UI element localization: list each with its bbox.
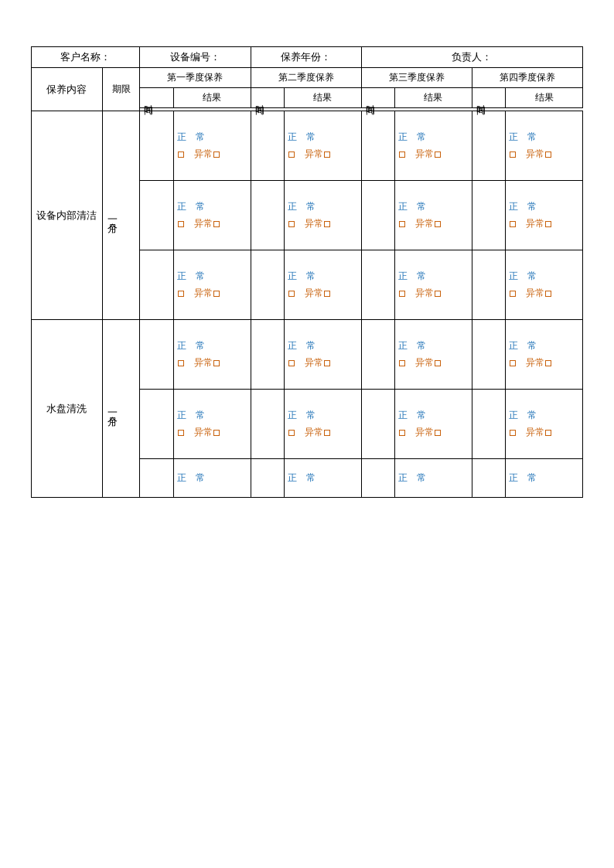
period-header: 期限 [102, 68, 140, 111]
q3-result-1: 正 常 异常 [394, 111, 472, 181]
q1-result-1: 正 常 异常 [173, 111, 251, 181]
quarter-header-row: 保养内容 期限 第一季度保养 第二季度保养 第三季度保养 第四季度保养 [32, 68, 583, 88]
q2-result-header: 结果 [284, 88, 361, 108]
wt-q4-time-3 [472, 459, 505, 498]
wt-q3-time-2 [361, 390, 394, 459]
q1-result-3: 正 常 异常 [173, 250, 251, 320]
wt-q1-time-2 [140, 390, 173, 459]
maintenance-table: 客户名称： 设备编号： 保养年份： 负责人： 保养内容 期限 第一季度保养 [31, 46, 583, 498]
customer-name-cell: 客户名称： [32, 47, 140, 68]
wt-q3-result-1: 正 常 异常 [394, 320, 472, 390]
wt-q3-time-3 [361, 459, 394, 498]
q1-time-3 [140, 250, 173, 320]
q1-time-1 [140, 111, 173, 181]
category-equipment-clean: 设备内部清洁 [32, 111, 103, 320]
q3-time-2 [361, 181, 394, 250]
q3-time-1 [361, 111, 394, 181]
page-wrapper: 客户名称： 设备编号： 保养年份： 负责人： 保养内容 期限 第一季度保养 [31, 46, 583, 498]
q4-header: 第四季度保养 [472, 68, 582, 88]
q2-time-1 [251, 111, 284, 181]
q3-result-2: 正 常 异常 [394, 181, 472, 250]
equipment-clean-row1: 设备内部清洁 一个月 正 常 异常 正 常 异常 正 常 异常 正 常 [32, 111, 583, 181]
wt-q2-time-3 [251, 459, 284, 498]
equipment-id-cell: 设备编号： [140, 47, 251, 68]
wt-q4-result-3: 正 常 [506, 459, 583, 498]
q1-result-header: 结果 [173, 88, 251, 108]
q3-time-3 [361, 250, 394, 320]
q1-time-header: 时间 [140, 88, 173, 108]
wt-q1-result-2: 正 常 异常 [173, 390, 251, 459]
q1-time-2 [140, 181, 173, 250]
q2-time-3 [251, 250, 284, 320]
wt-q3-result-2: 正 常 异常 [394, 390, 472, 459]
q4-result-3: 正 常 异常 [506, 250, 583, 320]
period-water-tray: 一个月 [102, 320, 140, 498]
manager-label: 负责人： [452, 51, 492, 63]
info-row: 客户名称： 设备编号： 保养年份： 负责人： [32, 47, 583, 68]
year-label: 保养年份： [281, 51, 331, 63]
wt-q2-time-1 [251, 320, 284, 390]
wt-q2-time-2 [251, 390, 284, 459]
q2-header: 第二季度保养 [251, 68, 361, 88]
wt-q2-result-1: 正 常 异常 [284, 320, 361, 390]
q4-result-2: 正 常 异常 [506, 181, 583, 250]
q3-result-header: 结果 [394, 88, 472, 108]
wt-q4-result-2: 正 常 异常 [506, 390, 583, 459]
equipment-label: 设备编号： [170, 51, 220, 63]
q1-header: 第一季度保养 [140, 68, 251, 88]
q2-result-1: 正 常 异常 [284, 111, 361, 181]
year-cell: 保养年份： [251, 47, 361, 68]
q2-time-2 [251, 181, 284, 250]
category-header: 保养内容 [32, 68, 103, 111]
q2-time-header: 时间 [251, 88, 284, 108]
q4-time-2 [472, 181, 505, 250]
q4-time-3 [472, 250, 505, 320]
water-tray-row1: 水盘清洗 一个月 正 常 异常 正 常 异常 正 常 异常 正 常 [32, 320, 583, 390]
wt-q4-time-1 [472, 320, 505, 390]
q3-result-3: 正 常 异常 [394, 250, 472, 320]
wt-q2-result-2: 正 常 异常 [284, 390, 361, 459]
wt-q4-result-1: 正 常 异常 [506, 320, 583, 390]
wt-q3-time-1 [361, 320, 394, 390]
wt-q3-result-3: 正 常 [394, 459, 472, 498]
q3-time-header: 时间 [361, 88, 394, 108]
q4-time-header: 时间 [472, 88, 505, 108]
wt-q4-time-2 [472, 390, 505, 459]
q4-time-1 [472, 111, 505, 181]
wt-q1-time-3 [140, 459, 173, 498]
q4-result-header: 结果 [506, 88, 583, 108]
period-equipment-clean: 一个月 [102, 111, 140, 320]
q1-result-2: 正 常 异常 [173, 181, 251, 250]
wt-q2-result-3: 正 常 [284, 459, 361, 498]
wt-q1-result-1: 正 常 异常 [173, 320, 251, 390]
customer-label: 客户名称： [60, 51, 111, 63]
q2-result-3: 正 常 异常 [284, 250, 361, 320]
wt-q1-time-1 [140, 320, 173, 390]
q4-result-1: 正 常 异常 [506, 111, 583, 181]
wt-q1-result-3: 正 常 [173, 459, 251, 498]
q3-header: 第三季度保养 [361, 68, 472, 88]
q2-result-2: 正 常 异常 [284, 181, 361, 250]
manager-cell: 负责人： [361, 47, 582, 68]
category-water-tray: 水盘清洗 [32, 320, 103, 498]
